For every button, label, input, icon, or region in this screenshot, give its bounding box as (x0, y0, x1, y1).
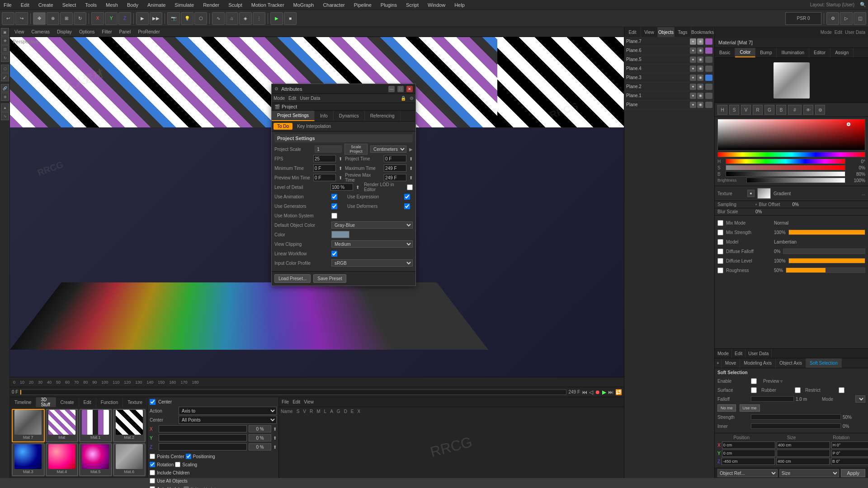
plane5-vis-icon[interactable]: ● (690, 56, 696, 63)
menu-animate[interactable]: Animate (146, 2, 167, 8)
attr-userdata-menu[interactable]: User Data (300, 96, 320, 101)
render-lod-toggle[interactable] (407, 184, 413, 190)
plane2-render-icon[interactable]: ◉ (697, 84, 703, 90)
z-input[interactable] (159, 443, 247, 450)
vp-filter-btn[interactable]: Filter (100, 29, 113, 35)
menu-render[interactable]: Render (201, 2, 221, 8)
render-full-btn[interactable]: ▶▶ (150, 12, 162, 25)
save-preset-btn[interactable]: Save Preset (313, 274, 346, 283)
color-2d-picker[interactable] (717, 119, 865, 150)
axis-z-btn[interactable]: Z (118, 12, 131, 25)
ss-mode-btn[interactable]: Mode (715, 349, 732, 358)
plane7-vis-icon[interactable]: ● (690, 38, 696, 45)
menu-help[interactable]: Help (453, 2, 467, 8)
menu-select[interactable]: Select (61, 2, 78, 8)
vp-panel-btn[interactable]: Panel (118, 29, 133, 35)
material-item-mat4[interactable]: Mat.4 (46, 443, 79, 477)
psr-z-rot[interactable] (831, 458, 868, 465)
scale-expand-btn[interactable]: ▶ (409, 147, 413, 152)
color-ctrl-hex[interactable]: # (788, 105, 802, 115)
plane2-vis-icon[interactable]: ● (690, 84, 696, 90)
points-center-check[interactable]: Points Center (150, 454, 184, 459)
s-slider[interactable] (726, 165, 845, 170)
go-end-btn[interactable]: ⏭ (608, 389, 613, 395)
poly-btn[interactable]: ⬡ (194, 12, 207, 25)
axis-x-btn[interactable]: X (91, 12, 104, 25)
min-time-input[interactable] (313, 164, 336, 172)
load-preset-btn[interactable]: Load Preset... (274, 274, 311, 283)
attr-subtab-todo[interactable]: To Do (274, 123, 292, 130)
diffuse-level-toggle[interactable] (717, 258, 723, 264)
ss-inner-slider[interactable] (751, 423, 841, 429)
plane-render-icon[interactable]: ◉ (697, 102, 703, 108)
brightness-slider[interactable] (746, 178, 845, 183)
scale-tool-btn[interactable]: ⊞ (60, 12, 73, 25)
obj-tab-edit[interactable]: Edit (624, 27, 641, 37)
menu-tools[interactable]: Tools (83, 2, 99, 8)
ss-surface-toggle[interactable] (751, 387, 757, 393)
mix-mode-toggle[interactable] (717, 220, 723, 226)
axis-y-btn[interactable]: Y (105, 12, 118, 25)
project-time-arrow[interactable]: ⬆ (409, 156, 413, 161)
texture-toggle-btn[interactable]: ● (747, 190, 755, 197)
size-dropdown[interactable]: Size (779, 469, 840, 477)
psr-x-size[interactable] (777, 441, 830, 449)
menu-simulate[interactable]: Simulate (173, 2, 196, 8)
texture-material-btn[interactable]: Texture (123, 397, 147, 407)
ss-falloff-slider[interactable] (751, 396, 794, 402)
preview-min-input[interactable] (313, 174, 336, 181)
min-time-arrow[interactable]: ⬆ (339, 166, 342, 171)
material-item-mat2[interactable]: Mat.2 (113, 409, 146, 442)
script-file-btn[interactable]: File (282, 399, 289, 404)
plane3-vis-icon[interactable]: ● (690, 75, 696, 81)
plane5-render-icon[interactable]: ◉ (697, 56, 703, 63)
psr-y-rot[interactable] (831, 450, 868, 457)
menu-motion-tracker[interactable]: Motion Tracker (250, 2, 286, 8)
rotation-check[interactable]: Rotation (150, 462, 174, 467)
plane7-render-icon[interactable]: ◉ (697, 38, 703, 45)
sidebar-curve-icon[interactable]: ∿ (1, 112, 9, 120)
ss-button1[interactable]: No me (717, 404, 736, 412)
rotate-tool-btn[interactable]: ↻ (74, 12, 86, 25)
model-toggle[interactable] (717, 239, 723, 245)
loop-btn[interactable]: 🔁 (615, 389, 622, 395)
play-fwd-btn[interactable]: ▶ (602, 389, 606, 395)
color-ctrl-3[interactable]: V (741, 105, 751, 115)
stop-btn[interactable]: ■ (284, 12, 297, 25)
obj-tab-bookmarks[interactable]: Bookmarks (691, 27, 714, 37)
go-start-btn[interactable]: ⏮ (582, 389, 587, 395)
attr-subtab-key-interp[interactable]: Key Interpolation (293, 123, 335, 130)
tab-3d-stuff[interactable]: 3D Stuff (36, 397, 56, 407)
ss-strength-slider[interactable] (751, 414, 841, 420)
use-all-objects-check[interactable]: Use All Objects (150, 478, 188, 483)
diffuse-falloff-slider[interactable] (783, 249, 865, 254)
mograph-tool-btn[interactable]: ⋮ (253, 12, 265, 25)
ss-userdata-btn[interactable]: User Data (745, 349, 772, 358)
attr-lock-icon[interactable]: 🔒 (401, 96, 406, 101)
obj-row-plane3[interactable]: Plane.3 ● ◉ (624, 73, 714, 82)
y-arrow[interactable]: ⬆ (273, 436, 277, 441)
obj-row-plane7[interactable]: Plane.7 ● ◉ (624, 37, 714, 46)
ss-tab-add[interactable]: + (715, 358, 722, 368)
h-slider[interactable] (726, 159, 845, 164)
select-tool-btn[interactable]: ✥ (33, 12, 46, 25)
plane4-render-icon[interactable]: ◉ (697, 66, 703, 72)
psr-z-size[interactable] (776, 458, 830, 465)
vp-prorender-btn[interactable]: ProRender (136, 29, 161, 35)
deform-btn[interactable]: ◈ (239, 12, 252, 25)
menu-sculpt[interactable]: Sculpt (226, 2, 244, 8)
color-ctrl-settings[interactable]: ⚙ (815, 105, 825, 115)
attr-maximize-btn[interactable]: □ (397, 86, 404, 92)
spline-btn[interactable]: ∿ (212, 12, 225, 25)
menu-mograph[interactable]: MoGraph (292, 2, 316, 8)
color-swatch[interactable] (331, 231, 349, 238)
mix-strength-toggle[interactable] (717, 230, 723, 235)
obj-row-plane4[interactable]: Plane.4 ● ◉ (624, 64, 714, 73)
attr-minimize-btn[interactable]: — (388, 86, 395, 92)
color-ctrl-6[interactable]: B (776, 105, 786, 115)
attr-tab-project-settings[interactable]: Project Settings (272, 111, 315, 121)
render-active-btn[interactable]: ▷ (840, 12, 853, 25)
texture-settings-btn[interactable]: ... (862, 191, 865, 196)
rp-tab-color[interactable]: Color (735, 48, 755, 57)
ss-edit-btn[interactable]: Edit (732, 349, 745, 358)
